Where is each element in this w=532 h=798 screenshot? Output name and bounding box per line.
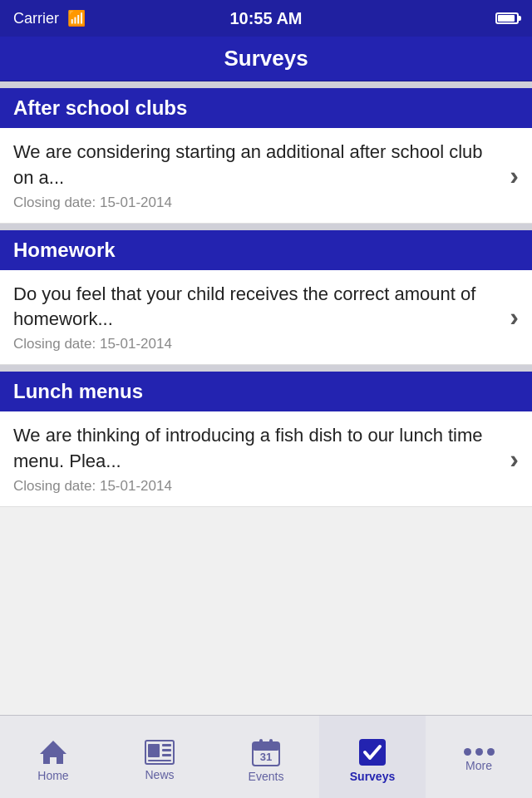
section-header-homework: Homework	[0, 230, 532, 270]
section-title-after-school: After school clubs	[13, 96, 187, 119]
tab-surveys[interactable]: Surveys	[319, 716, 426, 798]
svg-rect-5	[162, 754, 171, 756]
tab-events[interactable]: 31 Events	[213, 716, 319, 798]
svg-rect-12	[359, 739, 386, 766]
wifi-icon: 📶	[67, 9, 86, 27]
separator-2	[0, 365, 532, 372]
tab-surveys-label: Surveys	[350, 770, 395, 783]
chevron-right-icon-after-school: ›	[510, 160, 519, 190]
svg-marker-0	[40, 741, 66, 764]
separator-1	[0, 224, 532, 230]
survey-date-after-school: Closing date: 15-01-2014	[13, 195, 490, 211]
svg-text:31: 31	[260, 751, 272, 763]
content-area: After school clubs We are considering st…	[0, 88, 532, 507]
tab-home-label: Home	[37, 769, 68, 782]
tab-more-label: More	[466, 759, 492, 772]
svg-rect-8	[253, 742, 279, 751]
svg-rect-9	[259, 739, 263, 746]
tab-news-label: News	[145, 768, 174, 781]
tab-news[interactable]: News	[106, 716, 213, 798]
svg-rect-2	[148, 744, 160, 757]
survey-item-lunch[interactable]: We are thinking of introducing a fish di…	[0, 411, 532, 507]
page-title: Surveys	[224, 46, 308, 71]
section-header-lunch: Lunch menus	[0, 372, 532, 411]
survey-item-after-school[interactable]: We are considering starting an additiona…	[0, 128, 532, 224]
section-title-homework: Homework	[13, 239, 116, 261]
svg-rect-6	[148, 760, 171, 761]
calendar-icon: 31	[252, 738, 280, 766]
survey-item-homework[interactable]: Do you feel that your child receives the…	[0, 270, 532, 366]
battery-icon	[495, 12, 519, 24]
survey-text-after-school: We are considering starting an additiona…	[13, 140, 490, 191]
survey-text-lunch: We are thinking of introducing a fish di…	[13, 423, 490, 475]
section-header-after-school: After school clubs	[0, 88, 532, 128]
surveys-icon	[358, 738, 387, 766]
svg-rect-10	[269, 739, 273, 746]
tab-bar: Home News 31 Events Surveys	[0, 715, 532, 798]
survey-date-homework: Closing date: 15-01-2014	[13, 336, 490, 352]
svg-rect-4	[162, 749, 171, 751]
chevron-right-icon-lunch: ›	[510, 443, 519, 474]
tab-events-label: Events	[249, 770, 284, 783]
section-title-lunch: Lunch menus	[13, 380, 143, 402]
svg-rect-3	[162, 744, 171, 746]
nav-header: Surveys	[0, 37, 532, 81]
status-bar: Carrier 📶 10:55 AM	[0, 0, 532, 37]
tab-more[interactable]: More	[426, 716, 532, 798]
survey-text-homework: Do you feel that your child receives the…	[13, 282, 490, 333]
home-icon	[39, 739, 67, 766]
carrier-label: Carrier	[13, 10, 59, 27]
tab-home[interactable]: Home	[0, 716, 106, 798]
more-icon	[464, 748, 495, 756]
news-icon	[145, 740, 175, 765]
time-label: 10:55 AM	[229, 9, 302, 28]
survey-date-lunch: Closing date: 15-01-2014	[13, 478, 490, 495]
chevron-right-icon-homework: ›	[510, 302, 519, 332]
top-separator	[0, 81, 532, 88]
